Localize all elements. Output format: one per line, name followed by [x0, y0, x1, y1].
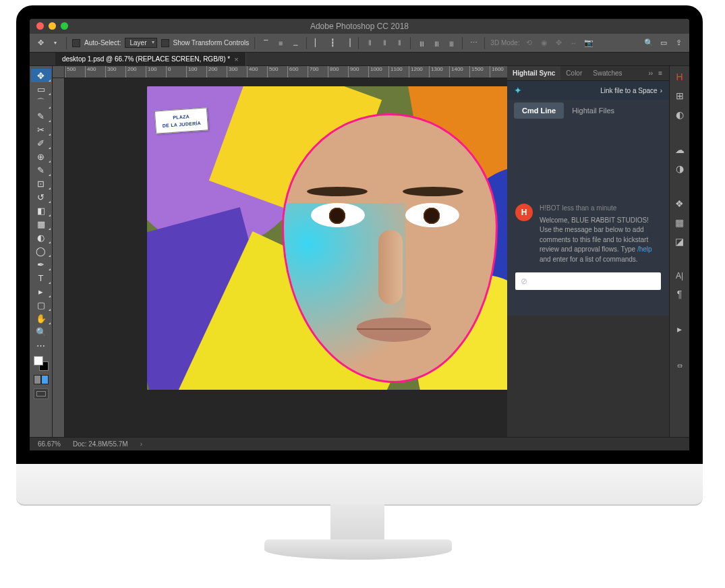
brush-tool[interactable]: ✎: [31, 163, 51, 177]
color-swatches[interactable]: [34, 356, 49, 371]
paragraph-dock-icon[interactable]: ¶: [677, 289, 683, 299]
edit-toolbar-icon[interactable]: ⋯: [31, 339, 51, 352]
vertical-ruler[interactable]: [53, 78, 65, 437]
shape-tool[interactable]: ▢: [31, 298, 51, 312]
bot-avatar-icon: H: [515, 204, 533, 221]
dodge-tool[interactable]: ◯: [31, 244, 51, 258]
link-file-button[interactable]: Link file to a Space ›: [600, 87, 662, 94]
ruler-origin[interactable]: [53, 66, 65, 78]
distribute-top-icon[interactable]: ⫴: [364, 38, 375, 49]
panel-menu-icon[interactable]: ≡: [656, 69, 665, 77]
show-transform-checkbox[interactable]: [161, 39, 169, 47]
document-tab[interactable]: desktop 1.psd @ 66.7% (REPLACE SCREEN, R…: [55, 53, 246, 66]
healing-brush-tool[interactable]: ⊕: [31, 150, 51, 163]
distribute-bottom-icon[interactable]: ⫴: [394, 38, 405, 49]
app-title: Adobe Photoshop CC 2018: [310, 22, 409, 31]
marquee-tool[interactable]: ▭: [31, 82, 51, 96]
hand-tool[interactable]: ✋: [31, 312, 51, 325]
distribute-left-icon[interactable]: ⫼: [416, 38, 427, 49]
tab-swatches[interactable]: Swatches: [587, 66, 627, 80]
right-panel-dock: H ⊞ ◐ ☁ ◑ ❖ ▦ ◪ A| ¶ ▸ ⏛: [669, 66, 689, 437]
color-dock-icon[interactable]: ⊞: [676, 90, 684, 101]
move-tool-icon[interactable]: ✥: [35, 38, 46, 49]
3d-slide-icon[interactable]: ↔: [569, 38, 579, 49]
document-tab-label: desktop 1.psd @ 66.7% (REPLACE SCREEN, R…: [62, 55, 230, 63]
adjustments-dock-icon[interactable]: ◑: [676, 163, 684, 174]
auto-select-dropdown[interactable]: Layer: [125, 38, 156, 48]
blur-tool[interactable]: ◐: [31, 231, 51, 244]
clone-stamp-tool[interactable]: ⊡: [31, 177, 51, 190]
close-tab-icon[interactable]: ×: [234, 55, 238, 63]
history-brush-tool[interactable]: ↺: [31, 190, 51, 204]
align-bottom-icon[interactable]: ⎽: [290, 38, 301, 49]
fullscreen-window-icon[interactable]: [61, 22, 68, 30]
timeline-dock-icon[interactable]: ⏛: [677, 359, 683, 370]
eyedropper-tool[interactable]: ✐: [31, 136, 51, 150]
close-window-icon[interactable]: [36, 22, 44, 30]
lasso-tool[interactable]: ⌒: [31, 96, 51, 109]
zoom-level[interactable]: 66.67%: [38, 440, 61, 448]
libraries-dock-icon[interactable]: ☁: [675, 144, 685, 155]
bot-header: H!BOT less than a minute: [540, 204, 661, 214]
more-options-icon[interactable]: ⋯: [468, 38, 479, 49]
swatches-dock-icon[interactable]: ◐: [676, 109, 684, 120]
eraser-tool[interactable]: ◧: [31, 204, 51, 217]
options-bar: ✥ ▾ Auto-Select: Layer Show Transform Co…: [30, 34, 689, 53]
status-bar: 66.67% Doc: 24.8M/55.7M ›: [30, 437, 689, 450]
actions-dock-icon[interactable]: ▸: [677, 324, 682, 334]
distribute-right-icon[interactable]: ⫼: [446, 38, 457, 49]
paths-dock-icon[interactable]: ◪: [675, 236, 684, 247]
horizontal-ruler[interactable]: 5004003002001000100200300400500600700800…: [65, 66, 507, 78]
attachment-icon[interactable]: ⊘: [521, 276, 527, 286]
subtab-cmd-line[interactable]: Cmd Line: [514, 102, 564, 119]
message-input[interactable]: ⊘: [515, 272, 661, 290]
imac-stand: [330, 504, 384, 542]
3d-pan-icon[interactable]: ✥: [554, 38, 564, 49]
gradient-tool[interactable]: ▦: [31, 217, 51, 231]
link-file-row: ✦ Link file to a Space ›: [507, 81, 669, 100]
search-icon[interactable]: 🔍: [643, 38, 654, 49]
titlebar: Adobe Photoshop CC 2018: [30, 19, 689, 34]
panel-tab-row: Hightail Sync Color Swatches ›› ≡: [507, 66, 669, 81]
3d-zoom-icon[interactable]: 📷: [583, 38, 594, 49]
imac-chin: [16, 464, 703, 506]
document-canvas[interactable]: PLAZA DE LA JUDERÍA: [147, 86, 507, 390]
toolbox: ✥ ▭ ⌒ ✎ ✂ ✐ ⊕ ✎ ⊡ ↺ ◧ ▦ ◐ ◯ ✒ T ▸ ▢ ✋ 🔍: [30, 66, 53, 437]
distribute-vcenter-icon[interactable]: ⫴: [379, 38, 390, 49]
minimize-window-icon[interactable]: [49, 22, 56, 30]
tab-color[interactable]: Color: [560, 66, 587, 80]
hightail-panel: Hightail Sync Color Swatches ›› ≡ ✦ Link…: [507, 66, 669, 316]
auto-select-checkbox[interactable]: [72, 39, 80, 47]
status-menu-icon[interactable]: ›: [140, 440, 142, 448]
tool-preset-dropdown-icon[interactable]: ▾: [50, 38, 61, 49]
arrange-documents-icon[interactable]: ▭: [658, 38, 669, 49]
distribute-hcenter-icon[interactable]: ⫼: [431, 38, 442, 49]
share-icon[interactable]: ⇪: [673, 38, 684, 49]
align-vcenter-icon[interactable]: ≡: [275, 38, 286, 49]
pen-tool[interactable]: ✒: [31, 258, 51, 271]
channels-dock-icon[interactable]: ▦: [675, 217, 684, 228]
panel-body: H H!BOT less than a minute Welcome, BLUE…: [507, 121, 669, 316]
align-left-icon[interactable]: ▏: [312, 38, 323, 49]
tab-hightail-sync[interactable]: Hightail Sync: [507, 66, 560, 80]
character-dock-icon[interactable]: A|: [676, 271, 683, 281]
collapse-panel-icon[interactable]: ››: [645, 69, 656, 77]
zoom-tool[interactable]: 🔍: [31, 325, 51, 339]
align-right-icon[interactable]: ▕: [342, 38, 353, 49]
align-top-icon[interactable]: ⎺: [260, 38, 271, 49]
move-tool[interactable]: ✥: [31, 69, 51, 82]
3d-orbit-icon[interactable]: ⟲: [524, 38, 535, 49]
layers-dock-icon[interactable]: ❖: [675, 198, 684, 209]
hightail-dock-icon[interactable]: H: [676, 71, 683, 82]
screen-mode-toggle[interactable]: [34, 388, 49, 399]
type-tool[interactable]: T: [31, 271, 51, 285]
quick-mask-toggle[interactable]: [34, 375, 49, 384]
3d-roll-icon[interactable]: ◉: [539, 38, 550, 49]
path-select-tool[interactable]: ▸: [31, 285, 51, 298]
bot-help-command[interactable]: /help: [637, 245, 652, 253]
subtab-hightail-files[interactable]: Hightail Files: [564, 102, 622, 119]
crop-tool[interactable]: ✂: [31, 123, 51, 136]
align-hcenter-icon[interactable]: ┇: [327, 38, 338, 49]
quick-select-tool[interactable]: ✎: [31, 109, 51, 123]
doc-size[interactable]: Doc: 24.8M/55.7M: [73, 440, 128, 448]
